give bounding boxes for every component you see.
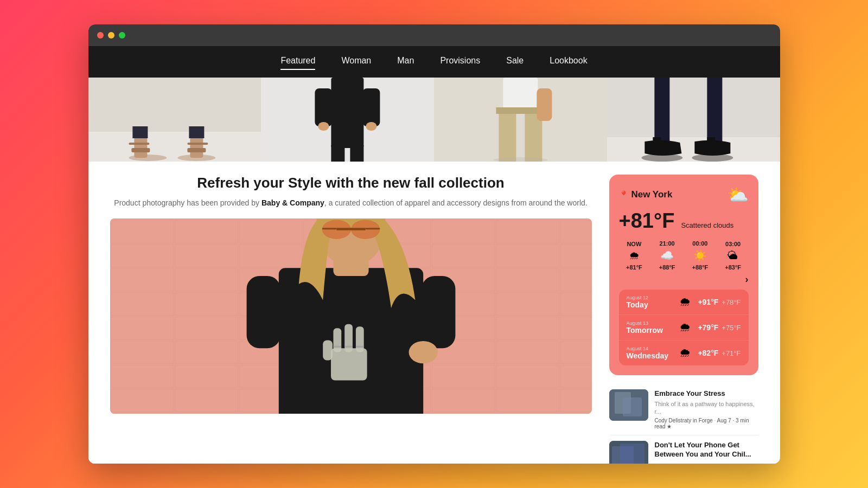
blog-post-1: Don't Let Your Phone Get Between You and… <box>609 435 758 464</box>
weather-hour-0: NOW 🌧 +81°F <box>619 241 650 271</box>
svg-rect-22 <box>499 107 516 162</box>
forecast-day-1: Tomorrow <box>627 326 680 335</box>
svg-rect-18 <box>331 145 345 162</box>
svg-rect-54 <box>323 341 333 361</box>
forecast-day-2: Wednesday <box>627 351 680 360</box>
forecast-temps-1: +79°F +75°F <box>698 323 741 332</box>
forecast-row-1: August 13 Tomorrow 🌧 +79°F +75°F <box>619 315 749 341</box>
forecast-temps-0: +91°F +78°F <box>698 298 741 306</box>
forecast-high-2: +82°F <box>698 349 718 357</box>
brand-name: Baby & Company <box>261 198 324 207</box>
svg-rect-32 <box>653 137 661 148</box>
section-title: Refresh your Style with the new fall col… <box>110 175 592 191</box>
hour-icon-2: ☀️ <box>685 249 716 262</box>
hero-image-3 <box>434 78 607 162</box>
svg-rect-46 <box>365 228 380 230</box>
nav-item-woman[interactable]: Woman <box>341 56 371 68</box>
nav-item-featured[interactable]: Featured <box>280 56 315 68</box>
forecast-date-label-2: August 14 <box>627 346 680 351</box>
hero-images-strip <box>88 78 780 162</box>
location-pin-icon: 📍 <box>619 190 628 199</box>
weather-city: New York <box>631 189 673 200</box>
nav-item-provisions[interactable]: Provisions <box>440 56 480 68</box>
forecast-day-0: Today <box>627 300 680 309</box>
sidebar: 📍 New York ⛅ +81°F Scattered clouds NOW … <box>609 175 758 451</box>
browser-chrome <box>88 24 780 46</box>
svg-rect-19 <box>350 145 364 162</box>
svg-rect-44 <box>336 228 365 230</box>
nav-item-man[interactable]: Man <box>397 56 414 68</box>
svg-rect-50 <box>331 349 367 381</box>
weather-hourly: NOW 🌧 +81°F 21:00 ☁️ +88°F 00:00 ☀️ +88°… <box>619 240 749 271</box>
hour-icon-1: ☁️ <box>652 249 682 262</box>
weather-hour-3: 03:00 🌥 +83°F <box>718 241 749 271</box>
weather-main-icon: ⛅ <box>727 184 749 205</box>
svg-rect-15 <box>363 88 380 126</box>
svg-rect-14 <box>315 88 333 126</box>
close-dot[interactable] <box>97 32 104 38</box>
svg-point-49 <box>409 341 437 363</box>
svg-point-16 <box>318 122 329 131</box>
svg-rect-53 <box>355 327 363 352</box>
weather-widget: 📍 New York ⛅ +81°F Scattered clouds NOW … <box>609 175 758 375</box>
svg-rect-47 <box>246 276 280 348</box>
blog-info-0: Embrace Your Stress Think of it as a pat… <box>655 389 758 429</box>
hour-icon-3: 🌥 <box>727 249 738 262</box>
forecast-high-0: +91°F <box>698 298 718 306</box>
site-nav: Featured Woman Man Provisions Sale Lookb… <box>88 46 780 78</box>
blog-info-1: Don't Let Your Phone Get Between You and… <box>655 441 758 464</box>
browser-window: Featured Woman Man Provisions Sale Lookb… <box>88 24 780 464</box>
forecast-date-label-1: August 13 <box>627 320 680 326</box>
hour-temp-1: +88°F <box>652 264 682 271</box>
minimize-dot[interactable] <box>108 32 114 38</box>
blog-title-0: Embrace Your Stress <box>655 389 758 399</box>
hour-temp-2: +88°F <box>685 264 716 271</box>
svg-rect-52 <box>344 324 353 352</box>
svg-rect-13 <box>331 78 364 148</box>
svg-rect-34 <box>707 137 715 148</box>
forecast-date-1: August 13 Tomorrow <box>627 320 680 335</box>
forecast-icon-2: 🌧 <box>679 346 691 360</box>
forecast-low-2: +71°F <box>722 349 741 357</box>
hero-image-2 <box>261 78 434 162</box>
weather-hour-2: 00:00 ☀️ +88°F <box>685 240 716 271</box>
maximize-dot[interactable] <box>119 32 125 38</box>
svg-rect-8 <box>187 148 206 152</box>
svg-rect-55 <box>333 346 341 348</box>
nav-item-lookbook[interactable]: Lookbook <box>550 56 587 68</box>
blog-meta-0: Cody Delistraty in Forge · Aug 7 · 3 min… <box>655 418 758 429</box>
weather-forecast: August 12 Today 🌧 +91°F +78°F August 13 … <box>619 290 749 365</box>
svg-rect-4 <box>131 148 150 152</box>
forecast-row-2: August 14 Wednesday 🌧 +82°F +71°F <box>619 341 749 365</box>
svg-rect-57 <box>355 346 363 348</box>
hero-image-1 <box>88 78 261 162</box>
svg-rect-7 <box>190 137 203 158</box>
hour-label-3: 03:00 <box>725 241 741 247</box>
weather-description: Scattered clouds <box>681 221 733 229</box>
forecast-icon-1: 🌧 <box>679 320 691 335</box>
svg-rect-30 <box>707 78 722 143</box>
hour-temp-3: +83°F <box>725 264 741 271</box>
hourly-next-arrow[interactable]: › <box>745 274 749 285</box>
svg-rect-10 <box>132 126 148 138</box>
svg-rect-56 <box>344 346 353 348</box>
nav-item-sale[interactable]: Sale <box>506 56 524 68</box>
svg-rect-21 <box>503 78 538 110</box>
forecast-date-2: August 14 Wednesday <box>627 346 680 360</box>
svg-rect-48 <box>422 276 455 348</box>
forecast-icon-0: 🌧 <box>679 295 691 309</box>
main-content: Refresh your Style with the new fall col… <box>110 175 592 451</box>
svg-rect-5 <box>129 143 149 145</box>
svg-rect-9 <box>187 143 208 145</box>
content-area: Refresh your Style with the new fall col… <box>88 162 780 464</box>
hour-label-1: 21:00 <box>652 240 682 247</box>
forecast-date-label-0: August 12 <box>627 295 680 300</box>
hour-label-0: NOW <box>619 241 650 247</box>
blog-excerpt-0: Think of it as a pathway to happiness, r… <box>655 400 758 416</box>
forecast-date-0: August 12 Today <box>627 295 680 309</box>
svg-rect-11 <box>189 126 204 138</box>
svg-rect-45 <box>322 228 336 230</box>
blog-title-1: Don't Let Your Phone Get Between You and… <box>655 441 758 459</box>
blog-post-0: Embrace Your Stress Think of it as a pat… <box>609 384 758 435</box>
svg-rect-51 <box>333 329 341 352</box>
